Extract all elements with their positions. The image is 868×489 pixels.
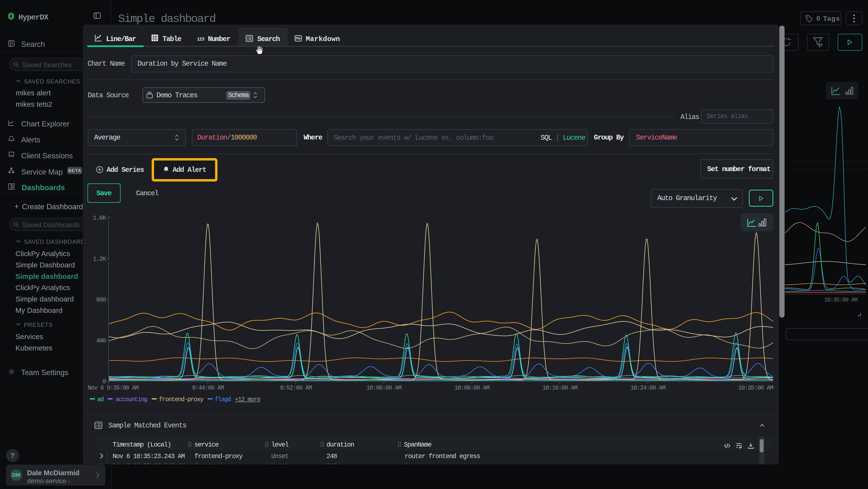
svg-text:10:16:00 AM: 10:16:00 AM	[542, 384, 578, 392]
svg-text:9:52:00 AM: 9:52:00 AM	[280, 384, 312, 392]
svg-text:400: 400	[96, 338, 106, 344]
svg-text:1.6K: 1.6K	[93, 214, 106, 222]
svg-text:10:00:00 AM: 10:00:00 AM	[367, 384, 401, 392]
svg-text:1.2K: 1.2K	[93, 256, 106, 263]
svg-text:0: 0	[102, 378, 106, 385]
svg-text:800: 800	[96, 296, 106, 304]
svg-text:10:35:00 AM: 10:35:00 AM	[738, 384, 773, 392]
svg-text:10:24:00 AM: 10:24:00 AM	[630, 384, 665, 392]
svg-text:10:08:00 AM: 10:08:00 AM	[455, 384, 490, 392]
svg-text:Nov 6 9:35:00 AM: Nov 6 9:35:00 AM	[88, 384, 138, 392]
svg-text:9:44:00 AM: 9:44:00 AM	[192, 384, 224, 392]
